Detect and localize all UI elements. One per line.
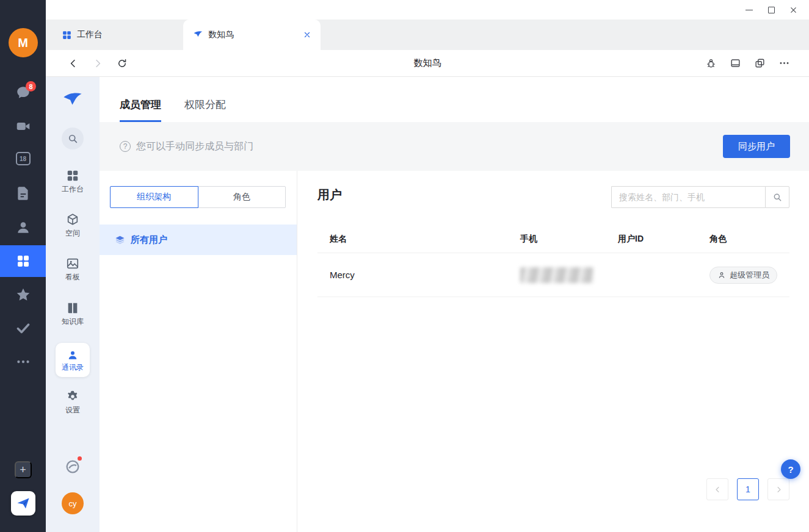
titlebar bbox=[46, 0, 809, 20]
sidebar-item-label: 知识库 bbox=[62, 318, 84, 325]
tab-member-management[interactable]: 成员管理 bbox=[120, 98, 161, 122]
tab-close-button[interactable] bbox=[301, 29, 313, 41]
tab-shuzhiniao[interactable]: 数知鸟 bbox=[183, 20, 321, 50]
sidebar-item-settings[interactable]: 设置 bbox=[53, 390, 92, 414]
segment-org-structure[interactable]: 组织架构 bbox=[110, 186, 198, 208]
open-in-new-window-button[interactable] bbox=[752, 56, 767, 71]
main-rail: M 8 18 + bbox=[0, 0, 46, 532]
prev-page-button[interactable] bbox=[706, 478, 728, 500]
segment-roles[interactable]: 角色 bbox=[198, 186, 286, 208]
user-search-button[interactable] bbox=[765, 186, 789, 208]
search-icon bbox=[67, 133, 78, 144]
user-badge-icon bbox=[717, 271, 726, 279]
column-header-name: 姓名 bbox=[317, 234, 520, 245]
notification-dot bbox=[78, 456, 82, 461]
pagination: 1 bbox=[706, 478, 789, 500]
shuzhiniao-tab-icon bbox=[193, 30, 203, 40]
search-icon bbox=[772, 192, 782, 202]
column-header-phone: 手机 bbox=[520, 234, 618, 245]
segmented-control: 组织架构 角色 bbox=[110, 186, 286, 208]
contacts-icon[interactable] bbox=[15, 220, 31, 235]
bug-icon bbox=[705, 57, 717, 69]
help-fab-button[interactable]: ? bbox=[781, 459, 800, 479]
sidebar-search-button[interactable] bbox=[62, 128, 84, 149]
calendar-icon[interactable]: 18 bbox=[16, 152, 31, 165]
workspace-rail-item[interactable] bbox=[0, 245, 46, 277]
sidebar-item-label: 设置 bbox=[65, 406, 80, 414]
shuzhiniao-logo-icon[interactable] bbox=[62, 90, 84, 112]
duplicate-icon bbox=[754, 57, 766, 69]
nav-right-group bbox=[703, 56, 792, 71]
miniapp-logo-icon[interactable] bbox=[64, 458, 81, 475]
role-badge-label: 超级管理员 bbox=[730, 270, 769, 281]
layers-icon bbox=[115, 235, 125, 245]
favorites-star-icon[interactable] bbox=[15, 287, 31, 303]
app-window: M 8 18 + bbox=[0, 0, 809, 532]
panel-window-icon bbox=[730, 57, 741, 69]
column-header-userid: 用户ID bbox=[618, 234, 709, 245]
column-header-role: 角色 bbox=[709, 234, 789, 245]
next-page-button[interactable] bbox=[767, 478, 789, 500]
sidebar-item-contacts[interactable]: 通讯录 bbox=[56, 343, 90, 377]
tab-permission-assignment[interactable]: 权限分配 bbox=[184, 98, 226, 122]
more-apps-icon[interactable] bbox=[15, 354, 31, 370]
app-sidebar: 工作台 空间 看板 bbox=[46, 77, 100, 532]
tab-workbench[interactable]: 工作台 bbox=[52, 20, 183, 50]
chat-unread-badge: 8 bbox=[26, 81, 36, 92]
content-area: 成员管理 权限分配 ? 您可以手动同步成员与部门 同步用户 组织架构 角色 bbox=[100, 77, 809, 532]
window-mode-button[interactable] bbox=[727, 56, 743, 71]
table-header-row: 姓名 手机 用户ID 角色 bbox=[317, 226, 789, 253]
sidebar-item-workbench[interactable]: 工作台 bbox=[53, 169, 92, 193]
workbench-tab-icon bbox=[62, 30, 72, 40]
user-search-input[interactable] bbox=[611, 186, 765, 208]
cube-icon bbox=[66, 213, 79, 226]
back-button[interactable] bbox=[66, 56, 81, 71]
workspace: 工作台 空间 看板 bbox=[46, 77, 809, 532]
content-tab-bar: 成员管理 权限分配 bbox=[100, 77, 809, 122]
book-icon bbox=[66, 301, 79, 315]
minimize-icon bbox=[746, 10, 753, 10]
add-button[interactable]: + bbox=[15, 461, 32, 478]
close-icon bbox=[303, 31, 311, 38]
window-close-button[interactable] bbox=[782, 1, 804, 18]
question-circle-icon: ? bbox=[120, 141, 131, 152]
maximize-icon bbox=[768, 7, 775, 13]
sidebar-item-knowledge[interactable]: 知识库 bbox=[53, 301, 92, 325]
paper-plane-icon bbox=[16, 496, 31, 511]
table-row[interactable]: Mercy 超级管理员 bbox=[317, 253, 789, 297]
sidebar-item-label: 看板 bbox=[65, 273, 80, 281]
sidebar-user-avatar[interactable]: cy bbox=[62, 492, 84, 514]
debug-button[interactable] bbox=[703, 56, 719, 71]
chevron-left-icon bbox=[714, 486, 722, 494]
more-options-button[interactable] bbox=[776, 56, 792, 71]
user-name: Mercy bbox=[317, 270, 520, 280]
sidebar-item-board[interactable]: 看板 bbox=[53, 257, 92, 281]
video-call-icon[interactable] bbox=[15, 118, 31, 134]
chevron-right-icon bbox=[92, 58, 103, 69]
sync-users-button[interactable]: 同步用户 bbox=[723, 135, 790, 158]
workspace-grid-icon bbox=[16, 254, 31, 268]
window-minimize-button[interactable] bbox=[738, 1, 760, 18]
refresh-button[interactable] bbox=[115, 56, 129, 71]
phone-redacted bbox=[520, 267, 593, 283]
sidebar-item-label: 空间 bbox=[65, 229, 80, 237]
page-number-button[interactable]: 1 bbox=[737, 478, 759, 500]
user-search bbox=[611, 186, 789, 208]
tree-item-all-users[interactable]: 所有用户 bbox=[100, 225, 297, 255]
refresh-icon bbox=[117, 58, 128, 69]
users-title: 用户 bbox=[317, 187, 342, 203]
docs-icon[interactable] bbox=[15, 185, 31, 201]
sidebar-item-label: 通讯录 bbox=[62, 364, 84, 371]
sidebar-item-space[interactable]: 空间 bbox=[53, 213, 92, 237]
feishu-logo[interactable] bbox=[11, 491, 35, 516]
users-table: 姓名 手机 用户ID 角色 Mercy bbox=[317, 226, 789, 297]
forward-button[interactable] bbox=[90, 56, 105, 71]
info-text: 您可以手动同步成员与部门 bbox=[136, 140, 253, 153]
navigation-bar: 数知鸟 bbox=[46, 50, 809, 77]
avatar[interactable]: M bbox=[9, 28, 38, 57]
tasks-check-icon[interactable] bbox=[15, 320, 31, 336]
nav-left-group bbox=[66, 56, 129, 71]
window-maximize-button[interactable] bbox=[760, 1, 782, 18]
org-tree: 所有用户 bbox=[100, 225, 297, 255]
tab-label: 工作台 bbox=[77, 29, 103, 40]
